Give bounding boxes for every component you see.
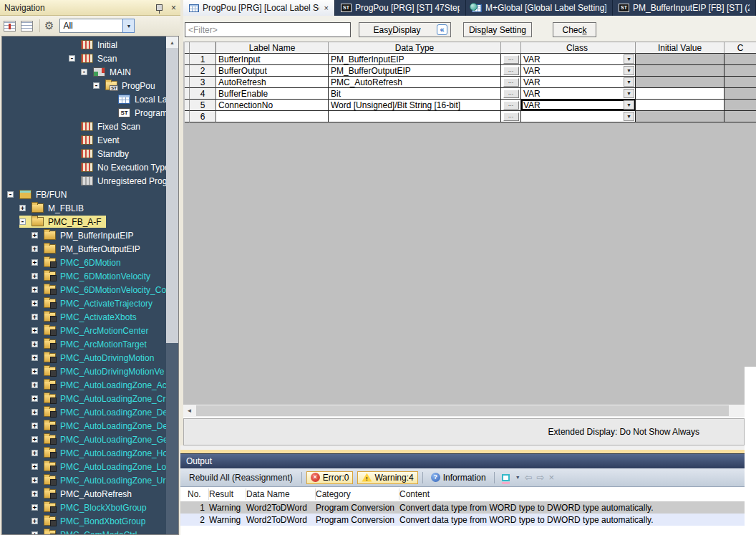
browse-button[interactable]: ... [503, 90, 519, 98]
expand-icon[interactable]: + [32, 327, 38, 334]
tree-item[interactable]: +PMC_6DMotionVelocity [2, 269, 166, 283]
label-name-cell[interactable]: BufferOutput [216, 65, 329, 77]
marker-dropdown-icon[interactable]: ▼ [515, 475, 520, 480]
expand-icon[interactable]: + [32, 395, 38, 402]
output-header-content[interactable]: Content [399, 488, 745, 500]
class-cell[interactable]: ▼ [521, 111, 636, 122]
output-header-category[interactable]: Category [316, 488, 399, 500]
header-label-name[interactable]: Label Name [216, 42, 329, 54]
tree-item[interactable]: +PMC_CamModeCtrl [2, 528, 166, 535]
initial-value-cell[interactable] [636, 88, 724, 100]
header-comment[interactable]: C [724, 42, 756, 54]
class-cell[interactable]: VAR▼ [521, 65, 636, 77]
comment-cell[interactable] [724, 100, 756, 111]
output-header-data-name[interactable]: Data Name [246, 488, 316, 500]
chevron-down-icon[interactable]: ▼ [624, 54, 634, 64]
tree-item[interactable]: -MAIN [2, 65, 166, 79]
initial-value-cell[interactable] [636, 54, 724, 65]
data-type-cell[interactable]: PM_BufferOutputEIP [329, 65, 501, 77]
initial-value-cell[interactable] [636, 111, 724, 122]
tree-item[interactable]: +PMC_ArcMotionCenter [2, 324, 166, 337]
initial-value-cell[interactable] [636, 100, 724, 111]
check-button[interactable]: Check [553, 22, 596, 37]
tree-item[interactable]: +PMC_BondXbotGroup [2, 514, 166, 528]
comment-cell[interactable] [724, 65, 756, 77]
chevron-down-icon[interactable]: ▼ [624, 89, 634, 98]
expand-icon[interactable]: + [32, 477, 38, 483]
clear-output-icon[interactable]: × [548, 472, 554, 483]
expand-icon[interactable]: + [32, 368, 38, 375]
next-message-icon[interactable]: ⇨ [537, 472, 545, 483]
tree-item[interactable]: +PMC_AutoLoadingZone_Ur [2, 473, 166, 487]
chevron-down-icon[interactable]: ▼ [624, 100, 634, 110]
close-icon[interactable]: × [324, 4, 329, 12]
browse-button[interactable]: ... [503, 78, 519, 87]
collapse-icon[interactable]: - [93, 82, 100, 89]
label-name-cell[interactable]: ConnectionNo [216, 100, 329, 111]
scroll-up-icon[interactable]: ▲ [166, 37, 178, 48]
expand-icon[interactable]: + [32, 286, 38, 293]
tree-item[interactable]: -STProgPou [2, 79, 166, 92]
expand-icon[interactable]: + [32, 450, 38, 456]
tree-item[interactable]: +PMC_AutoDrivingMotion [2, 351, 166, 365]
expand-icon[interactable]: + [32, 409, 38, 415]
label-name-cell[interactable]: BufferEnable [216, 88, 329, 100]
header-data-type[interactable]: Data Type [329, 42, 501, 54]
chevron-down-icon[interactable]: ▼ [624, 77, 634, 87]
tree-item[interactable]: -FB/FUN [2, 188, 166, 201]
tab[interactable]: STPM_BufferInputEIP [FB] [ST] (2 [613, 0, 756, 16]
tree-item[interactable]: +PMC_AutoLoadingZone_Ho [2, 446, 166, 460]
tree-item[interactable]: +PM_BufferOutputEIP [2, 242, 166, 256]
previous-message-icon[interactable]: ⇦ [525, 472, 533, 483]
expand-icon[interactable]: + [19, 205, 26, 211]
tree-item[interactable]: +M_FBLIB [2, 201, 166, 215]
gear-icon[interactable]: ⚙ [44, 19, 54, 32]
pin-icon[interactable] [156, 4, 163, 11]
label-name-cell[interactable]: AutoRefresh [216, 77, 329, 88]
tree-item[interactable]: +PMC_AutoLoadingZone_Lo [2, 460, 166, 473]
initial-value-cell[interactable] [636, 77, 724, 88]
tree-item[interactable]: +PMC_AutoLoadingZone_De [2, 405, 166, 419]
collapse-icon[interactable]: - [7, 191, 14, 198]
expand-icon[interactable]: + [32, 518, 38, 524]
tree-item[interactable]: Initial [2, 38, 166, 52]
information-filter-button[interactable]: ? Information [427, 472, 490, 483]
tree-item[interactable]: Unregistered Program [2, 174, 166, 188]
browse-button[interactable]: ... [503, 112, 519, 121]
output-header-result[interactable]: Result [209, 488, 246, 500]
expand-icon[interactable]: + [32, 491, 38, 497]
header-initial-value[interactable]: Initial Value [636, 42, 724, 54]
scrollbar-thumb[interactable] [196, 405, 729, 416]
tree-item[interactable]: Standby [2, 147, 166, 160]
horizontal-scrollbar[interactable]: ◄ [183, 405, 745, 417]
filter-input[interactable] [185, 22, 351, 37]
warning-filter-button[interactable]: ! Warning:4 [357, 471, 417, 484]
tree-item[interactable]: STProgramBody [2, 106, 166, 120]
label-name-cell[interactable]: BufferInput [216, 54, 329, 65]
expand-icon[interactable]: + [32, 314, 38, 320]
comment-cell[interactable] [724, 77, 756, 88]
tree-item[interactable]: +PMC_ActivateXbots [2, 310, 166, 324]
expand-icon[interactable]: + [32, 232, 38, 238]
display-target-select[interactable]: All [59, 19, 122, 33]
data-type-cell[interactable]: PM_BufferInputEIP [329, 54, 501, 65]
expand-icon[interactable]: + [32, 341, 38, 347]
marker-color-icon[interactable] [502, 474, 510, 481]
browse-button[interactable]: ... [503, 101, 519, 110]
close-icon[interactable]: × [171, 4, 176, 12]
data-type-cell[interactable] [329, 111, 501, 122]
comment-cell[interactable] [724, 54, 756, 65]
data-type-cell[interactable]: Bit [329, 88, 501, 100]
tree-expand-icon[interactable] [21, 21, 33, 32]
output-header-no[interactable]: No. [180, 488, 209, 500]
collapse-icon[interactable]: - [19, 218, 26, 225]
class-cell[interactable]: VAR▼ [521, 77, 636, 88]
expand-icon[interactable]: + [32, 531, 38, 535]
tree-item[interactable]: +PMC_AutoLoadingZone_De [2, 419, 166, 433]
collapse-icon[interactable]: - [69, 55, 75, 62]
browse-button[interactable]: ... [503, 55, 519, 64]
tree-collapse-icon[interactable] [4, 21, 16, 32]
tab[interactable]: ProgPou [PRG] [Local Label Sett...× [183, 0, 335, 16]
tree-item[interactable]: +PMC_BlockXbotGroup [2, 501, 166, 514]
tree-item[interactable]: +PMC_AutoDrivingMotionVe [2, 365, 166, 378]
